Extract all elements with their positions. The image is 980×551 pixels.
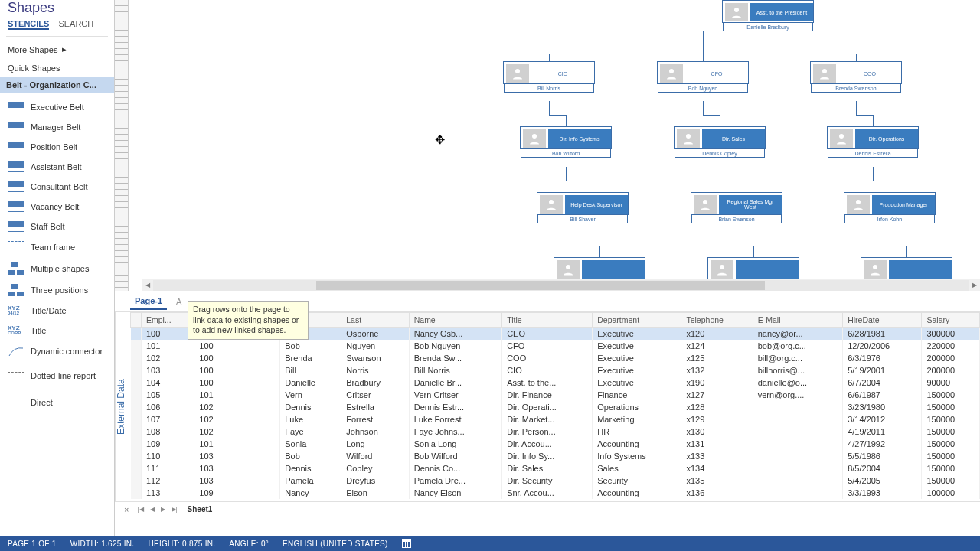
calendar-icon[interactable] xyxy=(402,539,411,548)
person-icon xyxy=(813,64,836,83)
external-data-label[interactable]: External Data xyxy=(115,312,130,501)
svg-point-12 xyxy=(873,265,877,269)
org-shape-dir-is[interactable]: Dir. Info Systems Bob Wilford xyxy=(520,126,612,149)
table-row[interactable]: 113109NancyEisonNancy EisonSnr. Accou...… xyxy=(131,487,980,499)
status-page: PAGE 1 OF 1 xyxy=(8,540,57,548)
tab-page-1[interactable]: Page-1 xyxy=(130,293,167,310)
scroll-right-icon[interactable]: ▶ xyxy=(969,280,980,291)
column-header[interactable]: Telephone xyxy=(681,313,753,328)
org-shape-coo[interactable]: COO Brenda Swanson xyxy=(810,61,902,84)
org-shape-partial3[interactable] xyxy=(861,257,952,280)
table-row[interactable]: 112103PamelaDreyfusPamela Dre...Dir. Sec… xyxy=(131,474,980,487)
org-shape-pm[interactable]: Production Manager Irfon Kohn xyxy=(844,192,936,215)
more-shapes[interactable]: More Shapes ▸ xyxy=(0,40,114,59)
status-angle: ANGLE: 0° xyxy=(229,540,269,548)
person-icon xyxy=(830,129,853,148)
stencil-item[interactable]: XYZCORPTitle xyxy=(0,321,114,341)
org-shape-rsm[interactable]: Regional Sales Mgr West Brian Swanson xyxy=(691,192,782,215)
svg-point-2 xyxy=(669,69,674,73)
stencil-item[interactable]: Executive Belt xyxy=(0,97,114,117)
stencil-item[interactable]: Consultant Belt xyxy=(0,177,114,197)
stencil-item[interactable]: Dotted-line report xyxy=(0,362,114,389)
person-icon xyxy=(710,260,733,279)
stencil-item[interactable]: Dynamic connector xyxy=(0,341,114,362)
org-shape-helpdesk[interactable]: Help Desk Supervisor Bill Shaver xyxy=(537,192,629,215)
person-icon xyxy=(725,3,748,21)
table-row[interactable]: 104100DanielleBradburyDanielle Br...Asst… xyxy=(131,377,980,389)
org-shape-cio[interactable]: CIO Bill Norris xyxy=(503,61,595,84)
column-header[interactable]: Department xyxy=(593,313,681,328)
column-header[interactable]: Name xyxy=(409,313,501,328)
quick-shapes[interactable]: Quick Shapes xyxy=(0,59,114,77)
scroll-left-icon[interactable]: ◀ xyxy=(142,280,153,291)
person-icon xyxy=(864,260,887,279)
column-header[interactable]: Salary xyxy=(922,313,980,328)
sheet-tab[interactable]: Sheet1 xyxy=(181,504,219,514)
drawing-canvas[interactable]: Asst. to the President Danielle Bradbury… xyxy=(129,0,980,291)
nav-next-icon[interactable]: ▶ xyxy=(158,506,168,513)
org-shape-asst[interactable]: Asst. to the President Danielle Bradbury xyxy=(722,0,814,23)
person-icon xyxy=(694,195,717,214)
table-row[interactable]: 109101SoniaLongSonia LongDir. Accou...Ac… xyxy=(131,438,980,450)
status-height: HEIGHT: 0.875 IN. xyxy=(148,540,215,548)
column-header[interactable]: Empl... xyxy=(142,313,194,328)
svg-point-0 xyxy=(734,8,739,12)
stencil-item[interactable]: Staff Belt xyxy=(0,217,114,236)
nav-first-icon[interactable]: |◀ xyxy=(135,506,145,513)
stencil-item[interactable]: Position Belt xyxy=(0,137,114,157)
svg-point-5 xyxy=(686,134,691,139)
svg-point-3 xyxy=(822,69,827,73)
tab-search[interactable]: SEARCH xyxy=(58,19,93,30)
nav-prev-icon[interactable]: ◀ xyxy=(148,506,157,513)
table-row[interactable]: 111103DennisCopleyDennis Co...Dir. Sales… xyxy=(131,462,980,474)
column-header[interactable]: E-Mail xyxy=(753,313,842,328)
table-row[interactable]: 103100BillNorrisBill NorrisCIOExecutivex… xyxy=(131,364,980,377)
nav-last-icon[interactable]: ▶| xyxy=(169,506,180,513)
stencil-item[interactable]: Direct xyxy=(0,389,114,416)
tooltip: Drag rows onto the page to link data to … xyxy=(188,301,309,340)
person-icon xyxy=(660,64,683,83)
table-row[interactable]: 107102LukeForrestLuke ForrestDir. Market… xyxy=(131,413,980,425)
person-icon xyxy=(523,129,546,148)
table-row[interactable]: 106102DennisEstrellaDennis Estr...Dir. O… xyxy=(131,401,980,413)
table-row[interactable]: 102100BrendaSwansonBrenda Sw...COOExecut… xyxy=(131,352,980,364)
org-shape-dir-sales[interactable]: Dir. Sales Dennis Copley xyxy=(674,126,766,149)
stencil-header[interactable]: Belt - Organization C... xyxy=(0,77,114,93)
column-header[interactable]: HireDate xyxy=(843,313,922,328)
stencil-item[interactable]: Vacancy Belt xyxy=(0,197,114,217)
svg-point-11 xyxy=(720,265,724,269)
stencil-item[interactable]: Multiple shapes xyxy=(0,258,114,279)
chevron-right-icon: ▸ xyxy=(62,44,70,54)
horizontal-scrollbar[interactable]: ◀ ▶ xyxy=(142,279,980,291)
table-row[interactable]: 108102FayeJohnsonFaye Johns...Dir. Perso… xyxy=(131,425,980,438)
stencil-item[interactable]: Manager Belt xyxy=(0,117,114,137)
shapes-panel: Shapes STENCILS SEARCH More Shapes ▸ Qui… xyxy=(0,0,115,536)
person-icon xyxy=(677,129,700,148)
shapes-title: Shapes xyxy=(0,0,114,18)
column-header[interactable]: Title xyxy=(502,313,593,328)
table-row[interactable]: 110103BobWilfordBob WilfordDir. Info Sy.… xyxy=(131,450,980,462)
column-header[interactable]: Last xyxy=(341,313,409,328)
org-shape-partial1[interactable] xyxy=(554,257,645,280)
external-data-grid[interactable]: Empl...SupervisorIDFirstLastNameTitleDep… xyxy=(130,312,980,501)
org-shape-dir-ops[interactable]: Dir. Operations Dennis Estrella xyxy=(827,126,919,149)
org-shape-partial2[interactable] xyxy=(707,257,799,280)
status-bar: PAGE 1 OF 1 WIDTH: 1.625 IN. HEIGHT: 0.8… xyxy=(0,536,980,551)
person-icon xyxy=(847,195,870,214)
svg-point-10 xyxy=(566,265,570,269)
table-row[interactable]: 105101VernCritserVern CritserDir. Financ… xyxy=(131,389,980,401)
stencil-item[interactable]: Team frame xyxy=(0,236,114,258)
person-icon xyxy=(506,64,529,83)
status-width: WIDTH: 1.625 IN. xyxy=(70,540,135,548)
table-row[interactable]: 101100BobNguyenBob NguyenCFOExecutivex12… xyxy=(131,340,980,352)
stencil-item[interactable]: Three positions xyxy=(0,279,114,301)
stencil-item[interactable]: Assistant Belt xyxy=(0,157,114,177)
person-icon xyxy=(540,195,563,214)
stencil-item[interactable]: XYZ04/12Title/Date xyxy=(0,301,114,321)
tab-stencils[interactable]: STENCILS xyxy=(8,19,49,30)
close-icon[interactable]: × xyxy=(119,505,133,514)
person-icon xyxy=(557,260,580,279)
org-shape-cfo[interactable]: CFO Bob Nguyen xyxy=(657,61,749,84)
status-lang: ENGLISH (UNITED STATES) xyxy=(283,540,388,548)
svg-point-9 xyxy=(856,200,861,204)
